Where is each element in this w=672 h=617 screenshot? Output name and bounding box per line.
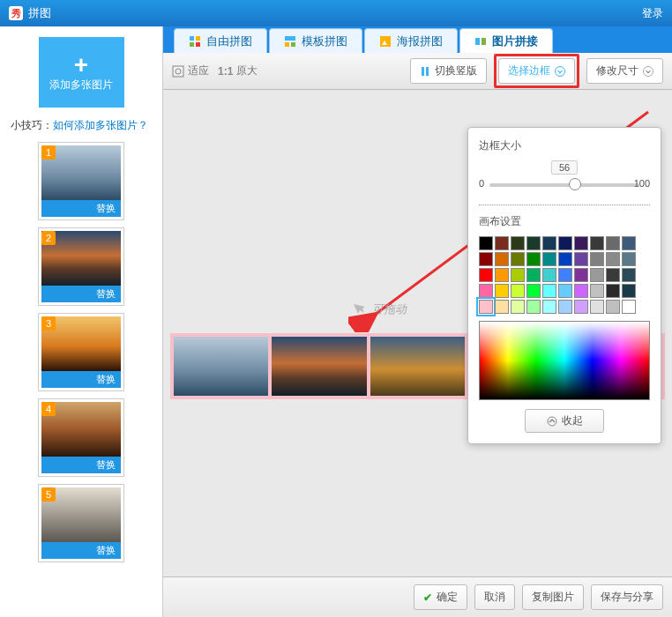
vertical-icon xyxy=(420,66,430,77)
color-swatch[interactable] xyxy=(526,236,541,250)
slider-handle[interactable] xyxy=(569,178,581,190)
color-spectrum[interactable] xyxy=(479,321,650,400)
tab-free[interactable]: 自由拼图 xyxy=(174,28,267,53)
color-swatch[interactable] xyxy=(606,284,620,298)
color-swatch[interactable] xyxy=(479,236,493,250)
canvas-area: 可拖动 边框大小 56 0 100 画布设置 收起 xyxy=(163,90,672,576)
splice-cell[interactable] xyxy=(272,337,366,396)
color-swatch[interactable] xyxy=(574,268,588,282)
color-swatch[interactable] xyxy=(511,284,525,298)
border-size-slider[interactable]: 56 0 100 xyxy=(479,160,650,196)
color-swatch[interactable] xyxy=(574,300,588,314)
color-swatch[interactable] xyxy=(622,252,636,266)
check-icon: ✔ xyxy=(423,591,432,604)
color-swatch[interactable] xyxy=(495,252,509,266)
drag-hint: 可拖动 xyxy=(353,301,407,317)
toggle-vertical-button[interactable]: 切换竖版 xyxy=(410,58,487,84)
color-swatch[interactable] xyxy=(542,236,556,250)
color-swatch[interactable] xyxy=(495,300,509,314)
color-swatch[interactable] xyxy=(590,284,604,298)
color-swatch[interactable] xyxy=(606,236,620,250)
thumbnail[interactable]: 2替换 xyxy=(38,227,124,306)
color-swatch[interactable] xyxy=(558,252,572,266)
color-swatch[interactable] xyxy=(574,236,588,250)
login-link[interactable]: 登录 xyxy=(642,6,663,21)
thumb-index-badge: 5 xyxy=(41,487,56,502)
resize-button[interactable]: 修改尺寸 xyxy=(586,58,663,84)
color-swatch[interactable] xyxy=(590,300,604,314)
color-swatch[interactable] xyxy=(558,300,572,314)
color-swatch[interactable] xyxy=(542,252,556,266)
tab-splice[interactable]: 图片拼接 xyxy=(459,28,553,53)
title-bar: 秀 拼图 登录 xyxy=(0,0,672,26)
color-swatch[interactable] xyxy=(479,252,493,266)
thumbnail[interactable]: 5替换 xyxy=(38,484,124,562)
color-swatch[interactable] xyxy=(495,268,509,282)
save-share-button[interactable]: 保存与分享 xyxy=(591,584,663,610)
color-swatch[interactable] xyxy=(558,284,572,298)
original-size-button[interactable]: 1:1原大 xyxy=(218,63,258,78)
color-swatch[interactable] xyxy=(495,236,509,250)
color-swatch[interactable] xyxy=(622,284,636,298)
replace-button[interactable]: 替换 xyxy=(41,200,121,217)
cancel-label: 取消 xyxy=(484,590,505,605)
thumbnail[interactable]: 4替换 xyxy=(38,398,124,477)
color-swatch[interactable] xyxy=(622,236,636,250)
color-swatch[interactable] xyxy=(511,268,525,282)
color-swatch[interactable] xyxy=(590,236,604,250)
color-swatch[interactable] xyxy=(590,252,604,266)
color-swatch[interactable] xyxy=(542,284,556,298)
fit-icon xyxy=(172,65,184,78)
ratio-icon: 1:1 xyxy=(218,65,233,78)
replace-button[interactable]: 替换 xyxy=(41,371,121,388)
copy-image-button[interactable]: 复制图片 xyxy=(522,584,584,610)
tab-splice-label: 图片拼接 xyxy=(492,33,538,49)
color-swatch[interactable] xyxy=(495,284,509,298)
replace-button[interactable]: 替换 xyxy=(41,542,121,559)
color-swatch[interactable] xyxy=(622,300,636,314)
color-swatch[interactable] xyxy=(606,300,620,314)
color-swatch[interactable] xyxy=(479,284,493,298)
collapse-button[interactable]: 收起 xyxy=(525,409,604,433)
color-swatch[interactable] xyxy=(526,252,541,266)
color-swatch[interactable] xyxy=(542,300,556,314)
tip-link[interactable]: 如何添加多张图片？ xyxy=(53,119,148,131)
color-swatch[interactable] xyxy=(574,284,588,298)
color-swatch[interactable] xyxy=(511,300,525,314)
color-swatch[interactable] xyxy=(622,268,636,282)
tab-poster-label: 海报拼图 xyxy=(397,33,443,49)
color-swatch[interactable] xyxy=(526,300,541,314)
color-swatch[interactable] xyxy=(590,268,604,282)
plus-icon: + xyxy=(74,53,88,78)
color-swatch[interactable] xyxy=(606,252,620,266)
replace-button[interactable]: 替换 xyxy=(41,286,121,302)
color-swatch[interactable] xyxy=(511,236,525,250)
thumbnail[interactable]: 3替换 xyxy=(38,313,124,391)
svg-rect-0 xyxy=(190,36,194,41)
add-images-button[interactable]: + 添加多张图片 xyxy=(39,37,124,108)
select-border-button[interactable]: 选择边框 xyxy=(498,58,575,84)
color-swatch[interactable] xyxy=(542,268,556,282)
svg-rect-1 xyxy=(196,36,200,41)
tab-template[interactable]: 模板拼图 xyxy=(269,28,362,53)
color-swatch[interactable] xyxy=(479,300,493,314)
thumbnail[interactable]: 1替换 xyxy=(38,142,124,220)
splice-cell[interactable] xyxy=(370,337,465,396)
slider-track[interactable] xyxy=(489,183,639,187)
color-swatch[interactable] xyxy=(558,236,572,250)
splice-cell[interactable] xyxy=(174,337,268,396)
color-swatch[interactable] xyxy=(574,252,588,266)
tab-poster[interactable]: 海报拼图 xyxy=(364,28,458,53)
color-swatch[interactable] xyxy=(558,268,572,282)
color-swatch[interactable] xyxy=(511,252,525,266)
replace-button[interactable]: 替换 xyxy=(41,457,121,473)
fit-button[interactable]: 适应 xyxy=(172,63,209,78)
color-swatch[interactable] xyxy=(526,284,541,298)
svg-rect-11 xyxy=(173,66,183,77)
ok-button[interactable]: ✔确定 xyxy=(414,584,467,610)
cancel-button[interactable]: 取消 xyxy=(474,584,515,610)
color-swatch[interactable] xyxy=(526,268,541,282)
color-swatch[interactable] xyxy=(479,268,493,282)
grid-icon xyxy=(189,35,201,48)
color-swatch[interactable] xyxy=(606,268,620,282)
